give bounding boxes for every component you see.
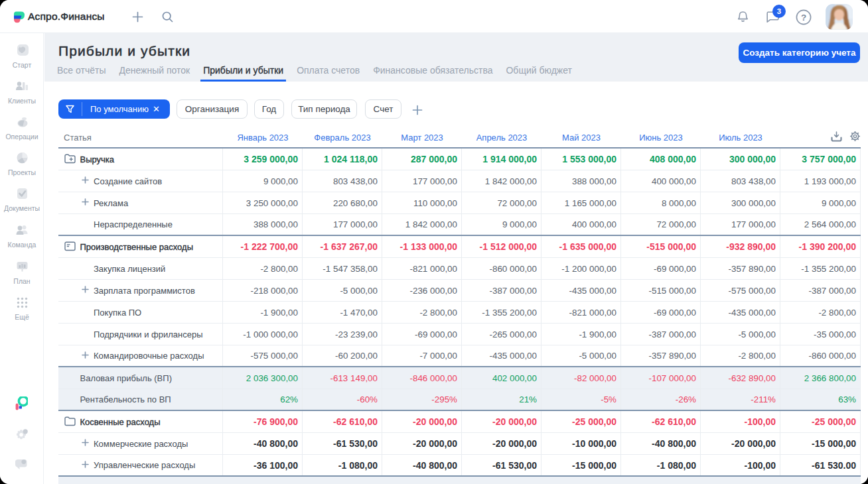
- svg-text:?: ?: [801, 13, 806, 23]
